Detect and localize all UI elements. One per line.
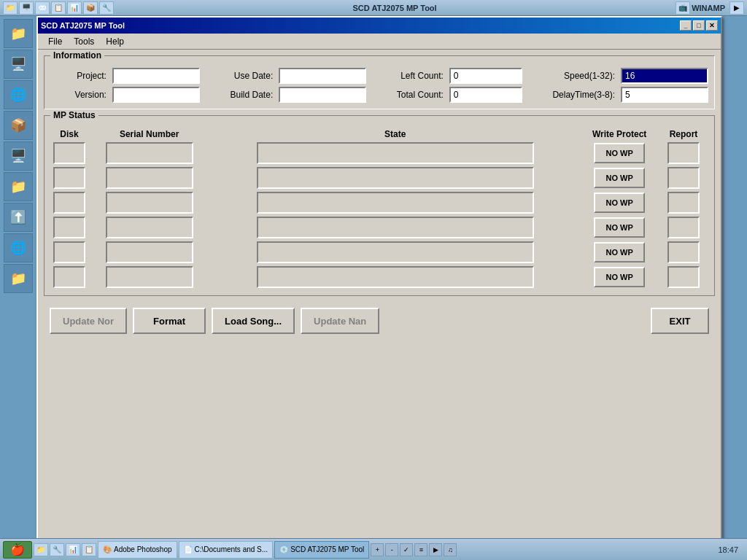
speed-input[interactable]	[621, 68, 708, 84]
sidebar-icon-5[interactable]: 🖥️	[4, 141, 33, 171]
format-button[interactable]: Format	[133, 308, 206, 334]
exit-button[interactable]: EXIT	[651, 308, 709, 334]
project-input[interactable]	[112, 68, 200, 84]
photoshop-icon: 🎨	[103, 545, 112, 553]
top-taskbar-icon-2[interactable]: 🖥️	[19, 1, 34, 15]
update-nor-button[interactable]: Update Nor	[50, 308, 127, 334]
nowp-button-4[interactable]: NO WP	[594, 242, 645, 262]
load-song-button[interactable]: Load Song...	[212, 308, 295, 334]
nowp-button-3[interactable]: NO WP	[594, 217, 645, 238]
menu-tools[interactable]: Tools	[68, 35, 100, 48]
update-nan-button[interactable]: Update Nan	[301, 308, 379, 334]
serial-cell-2	[88, 190, 210, 215]
build-date-label: Build Date:	[206, 90, 273, 100]
scd-label: SCD ATJ2075 MP Tool	[290, 545, 364, 553]
top-taskbar-icon-8[interactable]: 📺	[676, 1, 690, 15]
close-button[interactable]: ✕	[706, 20, 718, 31]
mp-status-table: Disk Serial Number State Write Protect R…	[50, 128, 708, 289]
table-row: NO WP	[50, 141, 708, 166]
sidebar-icon-1[interactable]: 📁	[4, 19, 33, 48]
photoshop-label: Adobe Photoshop	[114, 545, 172, 553]
use-date-input[interactable]	[279, 68, 366, 84]
top-taskbar-icon-6[interactable]: 📦	[83, 1, 98, 15]
speed-label: Speed(1-32):	[528, 71, 615, 81]
taskbar-icon-4[interactable]: 📋	[82, 543, 96, 556]
nowp-button-5[interactable]: NO WP	[594, 267, 645, 287]
state-box-5	[257, 266, 534, 288]
state-box-2	[257, 192, 534, 214]
sidebar-icon-3[interactable]: 🌐	[4, 80, 33, 109]
serial-box-4	[106, 241, 193, 263]
sidebar-icon-7[interactable]: ⬆️	[4, 203, 33, 232]
information-label: Information	[50, 50, 104, 61]
sidebar-icon-2[interactable]: 🖥️	[4, 50, 33, 79]
nowp-button-0[interactable]: NO WP	[594, 143, 645, 163]
systray-sel[interactable]: ✓	[400, 543, 413, 556]
state-box-3	[257, 217, 534, 238]
top-taskbar-icon-7[interactable]: 🔧	[99, 1, 114, 15]
version-input[interactable]	[112, 87, 200, 103]
taskbar-app-photoshop[interactable]: 🎨 Adobe Photoshop	[98, 541, 177, 559]
serial-box-5	[106, 266, 193, 288]
report-cell-3	[659, 215, 708, 240]
taskbar-app-scd[interactable]: 💿 SCD ATJ2075 MP Tool	[274, 541, 369, 559]
systray-add[interactable]: +	[371, 543, 384, 556]
taskbar-app-docs[interactable]: 📄 C:\Documents and S...	[179, 541, 274, 559]
wp-cell-0: NO WP	[580, 141, 659, 166]
minimize-button[interactable]: _	[680, 20, 692, 31]
taskbar-icon-1[interactable]: 📁	[34, 543, 48, 556]
report-cell-5	[659, 265, 708, 289]
total-count-input[interactable]	[449, 87, 522, 103]
window-titlebar: SCD ATJ2075 MP Tool _ □ ✕	[38, 18, 721, 34]
state-cell-4	[210, 240, 580, 265]
top-taskbar: 📁 🖥️ ✉️ 📋 📊 📦 🔧 SCD ATJ2075 MP Tool 📺 WI…	[0, 0, 747, 16]
report-box-2	[667, 192, 700, 214]
state-cell-2	[210, 190, 580, 215]
top-winamp-video[interactable]: ▶	[729, 1, 744, 15]
mp-status-label: MP Status	[50, 110, 98, 120]
systray-del[interactable]: -	[385, 543, 398, 556]
top-taskbar-icon-4[interactable]: 📋	[51, 1, 66, 15]
serial-box-1	[106, 167, 193, 189]
maximize-button[interactable]: □	[693, 20, 705, 31]
taskbar-icon-2[interactable]: 🔧	[50, 543, 64, 556]
nowp-button-1[interactable]: NO WP	[594, 168, 645, 188]
project-label: Project:	[50, 71, 107, 81]
taskbar-icon-3[interactable]: 📊	[66, 543, 80, 556]
report-box-1	[667, 167, 700, 189]
menu-help[interactable]: Help	[100, 35, 130, 48]
col-state: State	[210, 128, 580, 141]
version-label: Version:	[50, 90, 107, 100]
top-taskbar-icon-5[interactable]: 📊	[67, 1, 82, 15]
systray-winamp[interactable]: ▶	[429, 543, 442, 556]
sidebar-icon-4[interactable]: 📦	[4, 111, 33, 140]
sidebar-icon-8[interactable]: 🌐	[4, 233, 33, 262]
build-date-input[interactable]	[279, 87, 366, 103]
nowp-button-2[interactable]: NO WP	[594, 192, 645, 213]
information-section: Information Project: Use Date: Left Coun…	[44, 55, 715, 109]
state-cell-3	[210, 215, 580, 240]
state-cell-5	[210, 265, 580, 289]
serial-box-0	[106, 142, 193, 164]
left-count-input[interactable]	[449, 68, 522, 84]
sidebar-icon-9[interactable]: 📁	[4, 264, 33, 293]
start-button[interactable]: 🍎	[3, 541, 32, 559]
total-count-label: Total Count:	[372, 90, 444, 100]
serial-cell-4	[88, 240, 210, 265]
disk-cell-0	[50, 141, 88, 166]
bottom-taskbar: 🍎 📁 🔧 📊 📋 🎨 Adobe Photoshop 📄 C:\Documen…	[0, 538, 747, 560]
report-cell-0	[659, 141, 708, 166]
top-taskbar-icon-1[interactable]: 📁	[3, 1, 18, 15]
scd-icon: 💿	[279, 545, 288, 553]
menu-file[interactable]: File	[42, 35, 68, 48]
menu-bar: File Tools Help	[38, 34, 721, 50]
systray-misc[interactable]: ≡	[414, 543, 427, 556]
sidebar-icon-6[interactable]: 📁	[4, 172, 33, 201]
wp-cell-1: NO WP	[580, 166, 659, 190]
delay-time-input[interactable]	[621, 87, 708, 103]
systray-playlist[interactable]: ♫	[444, 543, 457, 556]
disk-cell-1	[50, 166, 88, 190]
window-controls: _ □ ✕	[680, 20, 718, 31]
delay-time-label: DelayTime(3-8):	[528, 90, 615, 100]
top-taskbar-icon-3[interactable]: ✉️	[35, 1, 50, 15]
